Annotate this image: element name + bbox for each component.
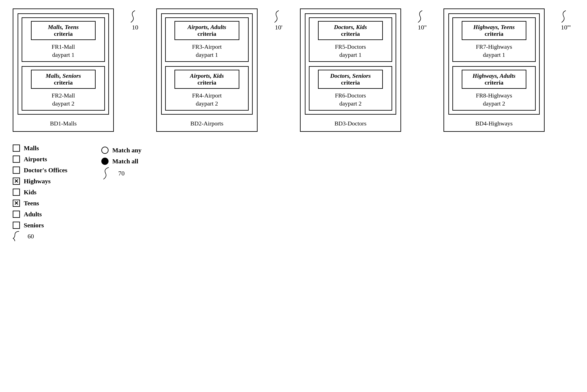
criteria-box-bottom-2: Airports, Kidscriteria bbox=[175, 70, 239, 89]
bd-label-area-3: 10" bbox=[414, 10, 431, 132]
legend-label-6: Adults bbox=[24, 210, 42, 218]
legend-item-7[interactable]: Seniors bbox=[13, 222, 68, 229]
main-container: Malls, TeenscriteriaFR1-Malldaypart 1Mal… bbox=[0, 0, 587, 250]
bd-brace-icon-4 bbox=[557, 10, 574, 23]
criteria-italic-bottom-4: Highways, Adults bbox=[466, 72, 522, 79]
legend-label-3: Highways bbox=[24, 178, 51, 185]
bd-number-4: 10''' bbox=[561, 24, 571, 31]
bd-brace-icon-1 bbox=[127, 10, 144, 23]
legend-label-1: Airports bbox=[24, 156, 47, 163]
bd-name-3: BD3-Doctors bbox=[335, 120, 366, 127]
criteria-label-bottom-3: criteria bbox=[322, 79, 378, 86]
bd-number-2: 10' bbox=[275, 24, 282, 31]
criteria-italic-top-3: Doctors, Kids bbox=[322, 24, 378, 30]
criteria-italic-top-1: Malls, Teens bbox=[36, 24, 91, 30]
radio-0[interactable] bbox=[101, 147, 109, 154]
middle-box-1: Malls, TeenscriteriaFR1-Malldaypart 1Mal… bbox=[18, 13, 109, 115]
daypart-bottom-1: daypart 2 bbox=[52, 100, 75, 107]
fr-name-top-4: FR7-Highways bbox=[476, 44, 512, 50]
radio-label-0: Match any bbox=[112, 147, 142, 154]
legend-brace-icon bbox=[13, 231, 26, 242]
criteria-box-bottom-1: Malls, Seniorscriteria bbox=[31, 70, 96, 89]
bd-name-4: BD4-Highways bbox=[475, 120, 512, 127]
fr-name-top-2: FR3-Airport bbox=[192, 44, 222, 50]
legend-number: 60 bbox=[28, 233, 34, 240]
fr-top-4: Highways, TeenscriteriaFR7-Highwaysdaypa… bbox=[452, 18, 536, 62]
criteria-box-bottom-4: Highways, Adultscriteria bbox=[462, 70, 526, 89]
criteria-box-top-3: Doctors, Kidscriteria bbox=[318, 21, 383, 40]
checkbox-5[interactable] bbox=[13, 200, 20, 207]
criteria-box-bottom-3: Doctors, Seniorscriteria bbox=[318, 70, 383, 89]
fr-top-3: Doctors, KidscriteriaFR5-Doctorsdaypart … bbox=[309, 18, 392, 62]
daypart-bottom-4: daypart 2 bbox=[483, 100, 505, 107]
criteria-box-top-2: Airports, Adultscriteria bbox=[175, 21, 239, 40]
bd-number-3: 10" bbox=[418, 24, 427, 31]
legend-item-3[interactable]: Highways bbox=[13, 178, 68, 185]
legend-item-4[interactable]: Kids bbox=[13, 188, 68, 196]
criteria-label-top-1: criteria bbox=[36, 30, 91, 37]
fr-top-1: Malls, TeenscriteriaFR1-Malldaypart 1 bbox=[22, 18, 105, 62]
legend-item-6[interactable]: Adults bbox=[13, 210, 68, 218]
checkbox-4[interactable] bbox=[13, 188, 20, 196]
bd-brace-icon-2 bbox=[270, 10, 287, 23]
legend-label-2: Doctor's Offices bbox=[24, 166, 68, 174]
daypart-top-1: daypart 1 bbox=[52, 52, 75, 58]
legend-item-0[interactable]: Malls bbox=[13, 144, 68, 152]
fr-name-bottom-3: FR6-Doctors bbox=[335, 92, 366, 99]
bd-brace-icon-3 bbox=[414, 10, 431, 23]
criteria-italic-bottom-1: Malls, Seniors bbox=[36, 72, 91, 79]
radio-item-0[interactable]: Match any bbox=[101, 147, 142, 154]
bd-label-area-2: 10' bbox=[270, 10, 287, 132]
radio-item-1[interactable]: Match all bbox=[101, 158, 142, 165]
daypart-top-4: daypart 1 bbox=[483, 52, 505, 58]
radio-legend: Match anyMatch all bbox=[101, 144, 142, 165]
bd-number-1: 10 bbox=[132, 24, 138, 31]
daypart-top-2: daypart 1 bbox=[196, 52, 218, 58]
radio-number: 70 bbox=[118, 170, 125, 177]
bd-name-1: BD1-Malls bbox=[50, 120, 77, 127]
criteria-box-top-4: Highways, Teenscriteria bbox=[462, 21, 526, 40]
criteria-italic-top-2: Airports, Adults bbox=[179, 24, 235, 30]
legend-item-2[interactable]: Doctor's Offices bbox=[13, 166, 68, 174]
fr-bottom-1: Malls, SeniorscriteriaFR2-Malldaypart 2 bbox=[22, 66, 105, 110]
checkbox-2[interactable] bbox=[13, 166, 20, 174]
radio-brace-icon bbox=[101, 167, 116, 180]
legend-item-5[interactable]: Teens bbox=[13, 200, 68, 207]
fr-bottom-4: Highways, AdultscriteriaFR8-Highwaysdayp… bbox=[452, 66, 536, 110]
daypart-bottom-3: daypart 2 bbox=[339, 100, 362, 107]
bd-name-2: BD2-Airports bbox=[190, 120, 223, 127]
checkbox-7[interactable] bbox=[13, 222, 20, 229]
criteria-italic-top-4: Highways, Teens bbox=[466, 24, 522, 30]
fr-top-2: Airports, AdultscriteriaFR3-Airportdaypa… bbox=[165, 18, 248, 62]
fr-bottom-3: Doctors, SeniorscriteriaFR6-Doctorsdaypa… bbox=[309, 66, 392, 110]
checkbox-3[interactable] bbox=[13, 178, 20, 185]
criteria-italic-bottom-3: Doctors, Seniors bbox=[322, 72, 378, 79]
checkbox-6[interactable] bbox=[13, 210, 20, 218]
fr-name-top-1: FR1-Mall bbox=[52, 44, 75, 50]
criteria-label-top-3: criteria bbox=[322, 30, 378, 37]
bd-box-3: Doctors, KidscriteriaFR5-Doctorsdaypart … bbox=[300, 8, 401, 132]
fr-name-bottom-2: FR4-Airport bbox=[192, 92, 222, 99]
daypart-bottom-2: daypart 2 bbox=[196, 100, 218, 107]
checkbox-0[interactable] bbox=[13, 144, 20, 152]
bd-box-1: Malls, TeenscriteriaFR1-Malldaypart 1Mal… bbox=[13, 8, 114, 132]
fr-name-bottom-1: FR2-Mall bbox=[52, 92, 75, 99]
criteria-label-bottom-4: criteria bbox=[466, 79, 522, 86]
fr-name-top-3: FR5-Doctors bbox=[335, 44, 366, 50]
checkbox-1[interactable] bbox=[13, 156, 20, 163]
middle-box-4: Highways, TeenscriteriaFR7-Highwaysdaypa… bbox=[448, 13, 540, 115]
criteria-italic-bottom-2: Airports, Kids bbox=[179, 72, 235, 79]
daypart-top-3: daypart 1 bbox=[339, 52, 362, 58]
radio-1[interactable] bbox=[101, 158, 109, 165]
bd-box-4: Highways, TeenscriteriaFR7-Highwaysdaypa… bbox=[443, 8, 544, 132]
legend-item-1[interactable]: Airports bbox=[13, 156, 68, 163]
legend-area: MallsAirportsDoctor's OfficesHighwaysKid… bbox=[13, 144, 574, 242]
checkbox-legend: MallsAirportsDoctor's OfficesHighwaysKid… bbox=[13, 144, 68, 229]
bd-box-2: Airports, AdultscriteriaFR3-Airportdaypa… bbox=[156, 8, 257, 132]
criteria-box-top-1: Malls, Teenscriteria bbox=[31, 21, 96, 40]
bd-label-area-1: 10 bbox=[127, 10, 144, 132]
radio-label-1: Match all bbox=[112, 158, 138, 165]
bd-label-area-4: 10''' bbox=[557, 10, 574, 132]
criteria-label-top-2: criteria bbox=[179, 30, 235, 37]
criteria-label-bottom-1: criteria bbox=[36, 79, 91, 86]
